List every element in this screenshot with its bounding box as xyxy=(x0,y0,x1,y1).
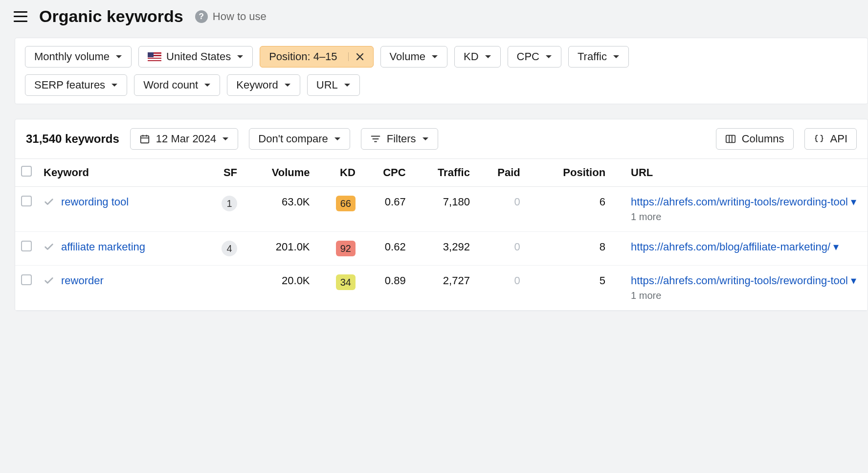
url-link[interactable]: https://ahrefs.com/blog/affiliate-market… xyxy=(631,241,830,253)
chevron-down-icon xyxy=(431,54,438,59)
col-volume[interactable]: Volume xyxy=(243,159,316,187)
results-panel: 31,540 keywords 12 Mar 2024 Don't compar… xyxy=(15,119,868,311)
url-more[interactable]: 1 more xyxy=(631,211,862,223)
chevron-down-icon[interactable]: ▾ xyxy=(833,241,839,253)
columns-button[interactable]: Columns xyxy=(716,128,794,150)
filter-position-active[interactable]: Position: 4–15 xyxy=(260,46,373,68)
paid-cell: 0 xyxy=(514,274,520,287)
help-icon: ? xyxy=(195,10,208,23)
select-all-checkbox[interactable] xyxy=(21,166,32,177)
chevron-down-icon xyxy=(111,83,118,88)
filter-label: United States xyxy=(166,50,231,63)
keywords-table: Keyword SF Volume KD CPC Traffic Paid Po… xyxy=(15,158,868,311)
columns-label: Columns xyxy=(742,133,784,145)
position-cell: 8 xyxy=(526,232,625,266)
filter-cpc[interactable]: CPC xyxy=(508,46,561,68)
check-icon xyxy=(44,242,54,252)
keyword-link[interactable]: affiliate marketing xyxy=(61,241,145,253)
cpc-cell: 0.67 xyxy=(361,187,412,232)
compare-dropdown[interactable]: Don't compare xyxy=(249,128,350,150)
col-traffic[interactable]: Traffic xyxy=(412,159,476,187)
chevron-down-icon xyxy=(422,136,429,141)
filter-label: Traffic xyxy=(578,50,607,63)
url-link[interactable]: https://ahrefs.com/writing-tools/rewordi… xyxy=(631,196,848,208)
chevron-down-icon xyxy=(485,54,491,59)
kd-badge: 66 xyxy=(336,196,356,211)
url-more[interactable]: 1 more xyxy=(631,290,862,301)
row-checkbox[interactable] xyxy=(21,196,32,206)
kd-badge: 92 xyxy=(336,241,356,256)
menu-icon[interactable] xyxy=(14,11,27,22)
filters-label: Filters xyxy=(387,133,416,145)
paid-cell: 0 xyxy=(514,241,520,253)
table-row: affiliate marketing 4 201.0K 92 0.62 3,2… xyxy=(15,232,868,266)
filter-word-count[interactable]: Word count xyxy=(134,74,220,96)
svg-rect-1 xyxy=(726,135,735,143)
row-checkbox[interactable] xyxy=(21,241,32,251)
filter-country[interactable]: United States xyxy=(138,46,253,68)
filter-url[interactable]: URL xyxy=(307,74,360,96)
chevron-down-icon xyxy=(284,83,291,88)
chevron-down-icon xyxy=(204,83,211,88)
filter-label: CPC xyxy=(517,50,539,63)
filter-monthly-volume[interactable]: Monthly volume xyxy=(25,46,132,68)
filter-label: Keyword xyxy=(236,79,278,91)
filter-label: Position: 4–15 xyxy=(269,50,337,63)
position-cell: 5 xyxy=(526,266,625,311)
table-row: rewording tool 1 63.0K 66 0.67 7,180 0 6… xyxy=(15,187,868,232)
filter-label: SERP features xyxy=(34,79,105,91)
traffic-cell: 3,292 xyxy=(412,232,476,266)
filter-serp-features[interactable]: SERP features xyxy=(25,74,127,96)
filter-traffic[interactable]: Traffic xyxy=(568,46,629,68)
col-kd[interactable]: KD xyxy=(316,159,361,187)
col-paid[interactable]: Paid xyxy=(476,159,526,187)
filter-kd[interactable]: KD xyxy=(454,46,501,68)
filter-label: Monthly volume xyxy=(34,50,110,63)
traffic-cell: 7,180 xyxy=(412,187,476,232)
cpc-cell: 0.89 xyxy=(361,266,412,311)
sf-badge: 1 xyxy=(222,196,237,211)
col-position[interactable]: Position xyxy=(526,159,625,187)
chevron-down-icon[interactable]: ▾ xyxy=(851,274,856,287)
filter-icon xyxy=(370,134,381,144)
api-button[interactable]: API xyxy=(804,128,857,150)
filter-label: Volume xyxy=(390,50,425,63)
url-link[interactable]: https://ahrefs.com/writing-tools/rewordi… xyxy=(631,274,848,287)
position-cell: 6 xyxy=(526,187,625,232)
chevron-down-icon xyxy=(222,136,229,141)
results-toolbar: 31,540 keywords 12 Mar 2024 Don't compar… xyxy=(15,119,868,158)
traffic-cell: 2,727 xyxy=(412,266,476,311)
filter-label: KD xyxy=(464,50,479,63)
filter-keyword[interactable]: Keyword xyxy=(227,74,300,96)
chevron-down-icon xyxy=(344,83,351,88)
filters-panel: Monthly volume United States Position: 4… xyxy=(15,38,868,104)
filters-button[interactable]: Filters xyxy=(361,128,438,150)
how-to-use-link[interactable]: ? How to use xyxy=(195,10,267,23)
col-cpc[interactable]: CPC xyxy=(361,159,412,187)
row-checkbox[interactable] xyxy=(21,274,32,285)
col-keyword[interactable]: Keyword xyxy=(38,159,203,187)
col-url[interactable]: URL xyxy=(625,159,868,187)
keyword-link[interactable]: reworder xyxy=(61,274,104,287)
filter-volume[interactable]: Volume xyxy=(380,46,447,68)
chevron-down-icon[interactable]: ▾ xyxy=(851,196,856,208)
chevron-down-icon xyxy=(334,136,341,141)
date-label: 12 Mar 2024 xyxy=(156,133,217,145)
page-title: Organic keywords xyxy=(39,7,183,26)
filter-label: Word count xyxy=(143,79,198,91)
sf-badge: 4 xyxy=(222,241,237,256)
chevron-down-icon xyxy=(237,54,244,59)
api-label: API xyxy=(830,133,847,145)
close-icon[interactable] xyxy=(348,52,364,61)
keyword-link[interactable]: rewording tool xyxy=(61,196,129,208)
volume-cell: 63.0K xyxy=(243,187,316,232)
how-to-use-label: How to use xyxy=(213,10,267,23)
check-icon xyxy=(44,275,54,286)
col-sf[interactable]: SF xyxy=(203,159,243,187)
date-picker[interactable]: 12 Mar 2024 xyxy=(130,128,239,150)
check-icon xyxy=(44,197,54,207)
chevron-down-icon xyxy=(613,54,620,59)
filter-label: URL xyxy=(316,79,338,91)
us-flag-icon xyxy=(148,52,161,61)
svg-rect-0 xyxy=(141,136,149,143)
